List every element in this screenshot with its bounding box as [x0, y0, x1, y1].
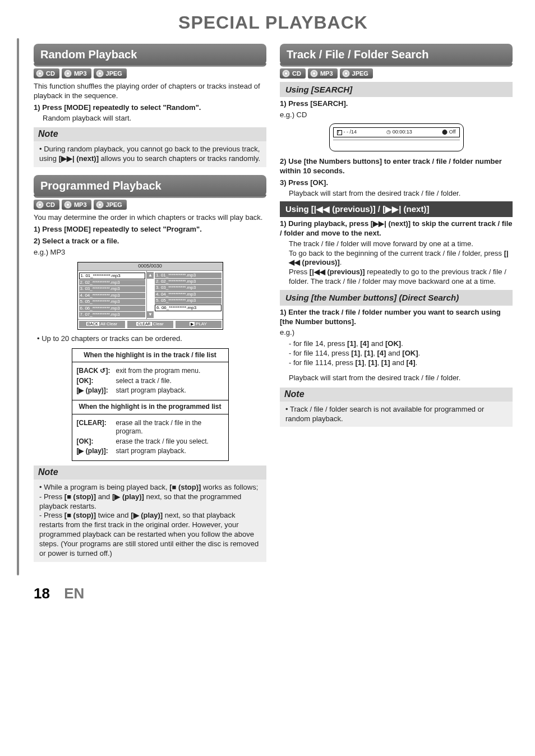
disc-icon	[64, 201, 72, 209]
badge-jpeg-label: JPEG	[106, 201, 122, 209]
list-item: 4. 04_**********.mp3	[155, 292, 222, 297]
key: [▶ (play)]:	[77, 386, 116, 395]
text: .	[340, 258, 342, 266]
direct-examples: for file 14, press [1], [4] and [OK]. fo…	[280, 339, 513, 368]
badge-cd: CD	[34, 200, 59, 210]
val: Off	[449, 129, 456, 136]
step-title: Press [SEARCH].	[288, 99, 348, 108]
badge-mp3: MP3	[308, 68, 338, 79]
badge-cd-label: CD	[46, 201, 55, 209]
badge-cd: CD	[34, 68, 59, 79]
text: .	[415, 358, 417, 367]
text: While a program is being played back,	[44, 483, 169, 491]
key-1: [1]	[364, 349, 373, 357]
disc-icon	[96, 201, 104, 209]
random-step1: 1) Press [MODE] repeatedly to select "Ra…	[34, 103, 266, 113]
key-1: [1]	[351, 349, 360, 357]
key: [CLEAR]:	[77, 419, 116, 436]
key: [BACK ↺]:	[77, 367, 116, 376]
table-row: [BACK ↺]:exit from the program menu.	[77, 367, 224, 376]
osd-play: ▶PLAY	[176, 321, 222, 328]
text: .	[418, 349, 421, 357]
step-number: 2)	[34, 237, 40, 245]
step-number: 1)	[280, 308, 287, 316]
sub-note-item: Press [■ (stop)] and [▶ (play)] next, so…	[39, 492, 261, 511]
badges-random: CD MP3 JPEG	[34, 68, 266, 79]
key-4: [4]	[377, 349, 386, 357]
text: ,	[364, 358, 368, 367]
val: select a track / file.	[116, 377, 172, 386]
osd-right-list: 1. 01_**********.mp3 2. 02_**********.mp…	[154, 271, 223, 320]
key-1: [1]	[368, 358, 377, 367]
text: Press	[44, 492, 64, 501]
subhead-using-search: Using [SEARCH]	[280, 82, 513, 98]
programmed-note-head: Note	[34, 465, 266, 480]
two-column-layout: Random Playback CD MP3 JPEG This functio…	[34, 44, 513, 562]
text: and	[369, 339, 385, 348]
osd-empty-row	[333, 140, 460, 147]
list-item: 2. 02_**********.mp3	[79, 280, 146, 285]
text: twice and	[96, 511, 131, 519]
programmed-step2: 2) Select a track or a file.	[34, 237, 266, 246]
tag: BACK	[86, 322, 99, 326]
search-step3: 3) Press [OK].	[280, 178, 513, 188]
disc-icon	[36, 201, 44, 209]
badge-mp3-label: MP3	[74, 70, 87, 77]
list-item: 6. 06_**********.mp3	[79, 306, 146, 311]
heading-programmed-playback: Programmed Playback	[34, 175, 266, 196]
osd-counter: 0005/0030	[78, 262, 223, 271]
label: Clear	[153, 321, 164, 326]
list-item: 1. 01_**********.mp3	[79, 273, 146, 279]
osd-left-list: 1. 01_**********.mp3 2. 02_**********.mp…	[78, 271, 147, 320]
stop-button-ref: [■ (stop)]	[64, 492, 96, 501]
play-button-ref: [▶ (play)]	[112, 492, 144, 501]
search-step2: 2) Use [the Numbers buttons] to enter tr…	[280, 157, 513, 176]
key-1: [1]	[381, 358, 390, 367]
key: [OK]:	[77, 437, 116, 446]
val: erase the track / file you select.	[116, 437, 209, 446]
val: start program playback.	[116, 447, 186, 456]
disc-icon	[342, 70, 350, 77]
page-language: EN	[64, 585, 84, 602]
track-icon: T	[337, 130, 342, 135]
arrow-down-icon: ▼	[147, 311, 154, 318]
disc-icon	[96, 70, 104, 77]
key-4: [4]	[407, 358, 416, 367]
step-number: 3)	[280, 178, 287, 187]
table-row: [OK]:select a track / file.	[77, 377, 224, 386]
heading-search: Track / File / Folder Search	[280, 44, 513, 65]
key-ok: [OK]	[385, 339, 401, 348]
stop-button-ref: [■ (stop)]	[169, 483, 201, 491]
page-number: 18	[34, 585, 50, 602]
list-item: 3. 03_**********.mp3	[155, 285, 222, 291]
step-number: 2)	[280, 157, 287, 165]
random-intro: This function shuffles the playing order…	[34, 82, 266, 101]
step-title: Press [MODE] repeatedly to select "Rando…	[42, 103, 201, 112]
tag: CLEAR	[136, 322, 151, 326]
list-item: 7. 07_**********.mp3	[79, 312, 146, 317]
text: During playback, press	[288, 219, 371, 228]
subhead-prev-next: Using [|◀◀ (previous)] / [▶▶| (next)]	[280, 201, 513, 217]
osd-clear: CLEARClear	[127, 321, 173, 328]
list-item: 5. 05_**********.mp3	[79, 299, 146, 305]
step-title: Use [the Numbers buttons] to enter track…	[280, 157, 502, 175]
label: All Clear	[100, 321, 117, 326]
programmed-intro: You may determine the order in which cha…	[34, 213, 266, 223]
key-4: [4]	[360, 339, 369, 348]
subhead-direct-search: Using [the Number buttons] (Direct Searc…	[280, 290, 513, 306]
table-header-2: When the highlight is in the programmed …	[72, 400, 228, 414]
example-item: for file 114, press [1], [1], [4] and [O…	[289, 349, 513, 358]
val: erase all the track / file in the progra…	[116, 419, 224, 436]
heading-random-playback: Random Playback	[34, 44, 266, 65]
table-row: [▶ (play)]:start program playback.	[77, 447, 224, 456]
note-item: While a program is being played back, [■…	[39, 483, 261, 559]
table-row: [CLEAR]:erase all the track / file in th…	[77, 419, 224, 436]
osd-off: ⬤Off	[442, 129, 456, 136]
val: - - /14	[344, 129, 357, 136]
text: for file 14, press	[293, 339, 347, 348]
search-note-head: Note	[280, 388, 513, 402]
stop-button-ref: [■ (stop)]	[64, 511, 96, 519]
table-row: [OK]:erase the track / file you select.	[77, 437, 224, 446]
program-controls-table: When the highlight is in the track / fil…	[72, 348, 229, 461]
list-item: 4. 04_**********.mp3	[79, 293, 146, 298]
